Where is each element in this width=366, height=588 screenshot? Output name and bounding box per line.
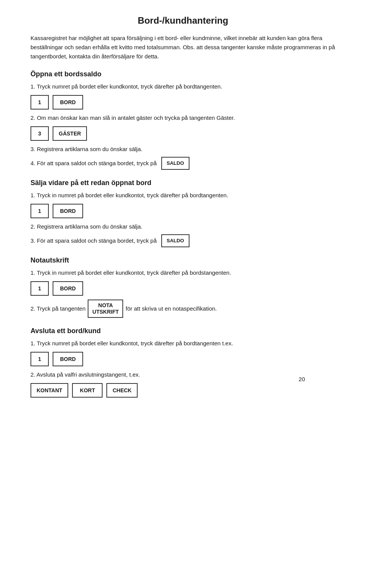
key-kort: KORT — [72, 383, 103, 398]
step-oppna-2: 2. Om man önskar kan man slå in antalet … — [30, 113, 336, 141]
section-heading-nota: Notautskrift — [30, 256, 336, 264]
step-oppna-4: 4. För att spara saldot och stänga borde… — [30, 157, 336, 170]
key-nota-utskrift: NOTAUTSKRIFT — [88, 300, 123, 318]
key-row-oppna-1: 1 BORD — [30, 95, 336, 110]
section-salja-vidare: Sälja vidare på ett redan öppnat bord 1.… — [30, 179, 336, 247]
page-title: Bord-/kundhantering — [30, 15, 336, 26]
key-bord-nota1: BORD — [53, 281, 83, 296]
section-heading-salja: Sälja vidare på ett redan öppnat bord — [30, 179, 336, 187]
key-bord-avsluta1: BORD — [53, 352, 83, 366]
key-check: CHECK — [106, 383, 138, 398]
intro-paragraph: Kassaregistret har möjlighet att spara f… — [30, 34, 336, 61]
section-notautskrift: Notautskrift 1. Tryck in numret på borde… — [30, 256, 336, 318]
key-1-nota1: 1 — [30, 281, 49, 296]
step-oppna-1: 1. Tryck numret på bordet eller kundkont… — [30, 82, 336, 110]
step-oppna-3: 3. Registrera artiklarna som du önskar s… — [30, 145, 336, 154]
key-kontant: KONTANT — [30, 383, 68, 398]
key-row-oppna-2: 3 GÄSTER — [30, 126, 336, 141]
page-number: 20 — [299, 376, 305, 382]
key-1-oppna1: 1 — [30, 95, 49, 110]
step-avsluta-1: 1. Tryck numret på bordet eller kundkont… — [30, 339, 336, 366]
key-bord-oppna1: BORD — [53, 95, 83, 110]
key-saldo-salja3: SALDO — [161, 234, 189, 247]
section-avsluta: Avsluta ett bord/kund 1. Tryck numret på… — [30, 327, 336, 398]
section-heading-avsluta: Avsluta ett bord/kund — [30, 327, 336, 335]
step-avsluta-2: 2. Avsluta på valfri avslutningstangent,… — [30, 370, 336, 398]
key-row-avsluta-2: KONTANT KORT CHECK — [30, 383, 336, 398]
step-salja-3: 3. För att spara saldot och stänga borde… — [30, 234, 336, 247]
step-salja-1: 1. Tryck in numret på bordet eller kundk… — [30, 191, 336, 218]
key-bord-salja1: BORD — [53, 204, 83, 218]
step-salja-2: 2. Registrera artiklarna som du önskar s… — [30, 222, 336, 231]
key-gaster-oppna2: GÄSTER — [53, 126, 87, 141]
key-row-nota-1: 1 BORD — [30, 281, 336, 296]
key-1-salja1: 1 — [30, 204, 49, 218]
key-3-oppna2: 3 — [30, 126, 49, 141]
section-heading-oppna: Öppna ett bordssaldo — [30, 70, 336, 78]
key-row-avsluta-1: 1 BORD — [30, 352, 336, 366]
step-nota-1: 1. Tryck in numret på bordet eller kundk… — [30, 268, 336, 296]
key-row-salja-1: 1 BORD — [30, 204, 336, 218]
key-saldo-oppna4: SALDO — [161, 157, 189, 170]
key-1-avsluta1: 1 — [30, 352, 49, 366]
step-nota-2: 2. Tryck på tangenten NOTAUTSKRIFT för a… — [30, 300, 336, 318]
section-oppna-bordssaldo: Öppna ett bordssaldo 1. Tryck numret på … — [30, 70, 336, 170]
